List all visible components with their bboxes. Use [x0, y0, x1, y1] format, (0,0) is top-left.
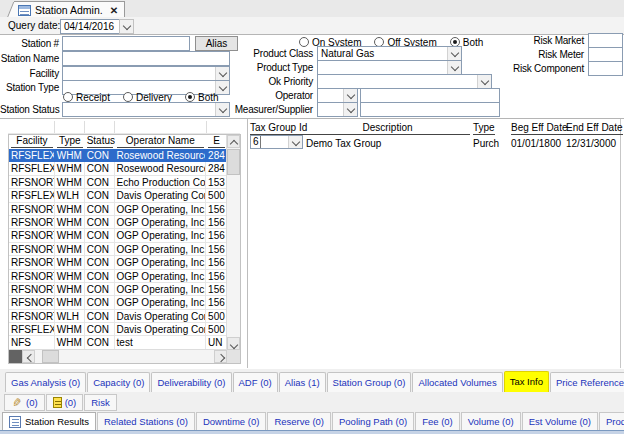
result-tab[interactable]: Pooling Path (0)	[332, 412, 414, 431]
table-row[interactable]: RFSNORT WHM CON OGP Operating, Inc. 156	[9, 216, 227, 229]
table-row[interactable]: RFSNORT WHM CON OGP Operating, Inc. 156	[9, 296, 227, 309]
chevron-down-icon[interactable]	[447, 47, 461, 60]
note-tab[interactable]: (0)	[4, 394, 45, 411]
table-row[interactable]: RFSNORT WHM CON OGP Operating, Inc. 156	[9, 243, 227, 256]
operator-input[interactable]	[360, 88, 500, 103]
detail-tab[interactable]: Deliverability (0)	[151, 372, 231, 392]
result-tab[interactable]: Downtime (0)	[196, 412, 267, 431]
result-tab[interactable]: Volume (0)	[461, 412, 521, 431]
scroll-right-button[interactable]	[214, 350, 227, 363]
scroll-up-button[interactable]	[227, 135, 240, 148]
e-cell: 284	[206, 149, 227, 162]
tax-column-header-type[interactable]: Type	[473, 122, 495, 135]
table-row[interactable]: RFSFLEX WHM CON Rosewood Resources, Inc …	[9, 149, 227, 162]
station-status-select[interactable]	[62, 102, 230, 117]
result-tab[interactable]: Fee (0)	[415, 412, 460, 431]
table-row[interactable]: RFSNORT WHM CON OGP Operating, Inc. 156	[9, 229, 227, 242]
radio-option[interactable]: Delivery	[123, 92, 172, 103]
operator-name-cell: OGP Operating, Inc.	[115, 203, 207, 216]
table-row[interactable]: RFSNORT WHM CON Echo Production Company …	[9, 176, 227, 189]
vertical-scrollbar[interactable]	[226, 135, 240, 350]
column-header-operator-name[interactable]: Operator Name	[115, 135, 207, 148]
result-tab[interactable]: Products (1)	[599, 412, 624, 431]
radio-icon	[123, 92, 133, 102]
ok-priority-select[interactable]	[317, 74, 492, 89]
detail-tab[interactable]: Tax Info	[504, 371, 549, 392]
tax-group-id-combo[interactable]: 6	[250, 135, 303, 149]
operator-name-cell: test	[115, 336, 207, 349]
table-row[interactable]: RFSNORT WHM CON OGP Operating, Inc. 156	[9, 256, 227, 269]
result-tab-bar: Station Results Related Stations (0) Dow…	[0, 411, 624, 431]
risk-meter-input[interactable]	[588, 47, 623, 62]
scroll-down-button[interactable]	[227, 337, 240, 350]
detail-tab[interactable]: ADF (0)	[233, 372, 278, 392]
chevron-down-icon[interactable]	[288, 136, 302, 148]
table-row[interactable]: RFSFLEX WLH CON Davis Operating Company …	[9, 189, 227, 202]
detail-tab[interactable]: Capacity (0)	[87, 372, 150, 392]
splitter-handle[interactable]	[9, 350, 22, 363]
risk-component-input[interactable]	[588, 61, 623, 76]
result-tab[interactable]: Station Results	[2, 412, 96, 431]
tax-column-header-beg-eff-date[interactable]: Beg Eff Date	[511, 122, 568, 135]
station-number-input[interactable]	[62, 36, 190, 51]
result-tab[interactable]: Related Stations (0)	[97, 412, 195, 431]
operator-name-cell: OGP Operating, Inc.	[115, 229, 207, 242]
result-tab-label: Pooling Path (0)	[339, 416, 407, 427]
query-date-dropdown-button[interactable]	[119, 19, 134, 34]
horizontal-scrollbar[interactable]	[9, 349, 227, 363]
column-header-facility[interactable]: Facility	[9, 135, 55, 148]
table-row[interactable]: RFSNORT WHM CON OGP Operating, Inc. 156	[9, 270, 227, 283]
table-row[interactable]: RFSFLEX WHM CON Davis Operating Company …	[9, 323, 227, 336]
detail-tab[interactable]: Station Group (0)	[327, 372, 412, 392]
chevron-down-icon[interactable]	[343, 103, 357, 116]
status-cell: CON	[85, 203, 115, 216]
risk-market-input[interactable]	[588, 33, 623, 48]
radio-option[interactable]: Receipt	[63, 92, 110, 103]
tax-column-header-description[interactable]: Description	[305, 122, 470, 135]
tax-column-header-end-eff-date[interactable]: End Eff Date	[566, 122, 623, 135]
column-header-e[interactable]: E	[206, 135, 227, 148]
result-tab[interactable]: Reserve (0)	[267, 412, 331, 431]
measurer-supplier-input[interactable]	[360, 102, 500, 117]
note-tab[interactable]: Risk	[84, 394, 116, 411]
table-row[interactable]: RFSNORT WLH CON Davis Operating Company …	[9, 310, 227, 323]
operator-type-select[interactable]	[317, 88, 358, 103]
detail-tab[interactable]: Price Reference (0)	[550, 372, 624, 392]
detail-tab[interactable]: Gas Analysis (0)	[5, 372, 86, 392]
facility-select[interactable]	[62, 66, 230, 81]
product-class-select[interactable]: Natural Gas	[317, 46, 462, 61]
table-row[interactable]: NFS WHM CON test UN	[9, 336, 227, 349]
radio-icon	[185, 92, 195, 102]
facility-cell: RFSNORT	[9, 256, 55, 269]
query-date-label: Query date:	[8, 17, 60, 34]
horizontal-scroll-thumb[interactable]	[42, 350, 59, 363]
table-row[interactable]: RFSNORT WHM CON OGP Operating, Inc. 156	[9, 283, 227, 296]
chevron-down-icon[interactable]	[343, 89, 357, 102]
column-header-status[interactable]: Status	[85, 135, 115, 148]
station-name-input[interactable]	[62, 51, 230, 66]
scroll-left-button[interactable]	[22, 350, 35, 363]
table-row[interactable]: RFSFLEX WHM CON Rosewood Resources, Inc …	[9, 162, 227, 175]
e-cell: 500	[206, 189, 227, 202]
detail-tab[interactable]: Allocated Volumes	[412, 372, 502, 392]
tax-column-header-id[interactable]: Tax Group Id	[250, 122, 307, 135]
result-tab[interactable]: Est Volume (0)	[522, 412, 598, 431]
status-cell: CON	[85, 229, 115, 242]
detail-tab[interactable]: Alias (1)	[279, 372, 326, 392]
close-icon[interactable]: ✕	[110, 5, 118, 16]
note-tab[interactable]: (0)	[46, 394, 84, 411]
document-tab-station-admin[interactable]: Station Admin. ✕	[14, 1, 125, 18]
measurer-type-select[interactable]	[317, 102, 358, 117]
column-header-type[interactable]: Type	[55, 135, 85, 148]
query-date-value[interactable]: 04/14/2016	[60, 19, 121, 34]
tax-end-eff-date-cell: 12/31/3000	[566, 137, 616, 150]
type-cell: WHM	[55, 296, 85, 309]
product-type-select[interactable]	[317, 60, 462, 75]
result-tab-label: Volume (0)	[468, 416, 514, 427]
note-tab-label: (0)	[26, 397, 38, 408]
chevron-down-icon[interactable]	[447, 61, 461, 74]
status-cell: CON	[85, 162, 115, 175]
chevron-down-icon[interactable]	[477, 75, 491, 88]
table-row[interactable]: RFSNORT WHM CON OGP Operating, Inc. 156	[9, 203, 227, 216]
vertical-scroll-thumb[interactable]	[227, 149, 240, 175]
